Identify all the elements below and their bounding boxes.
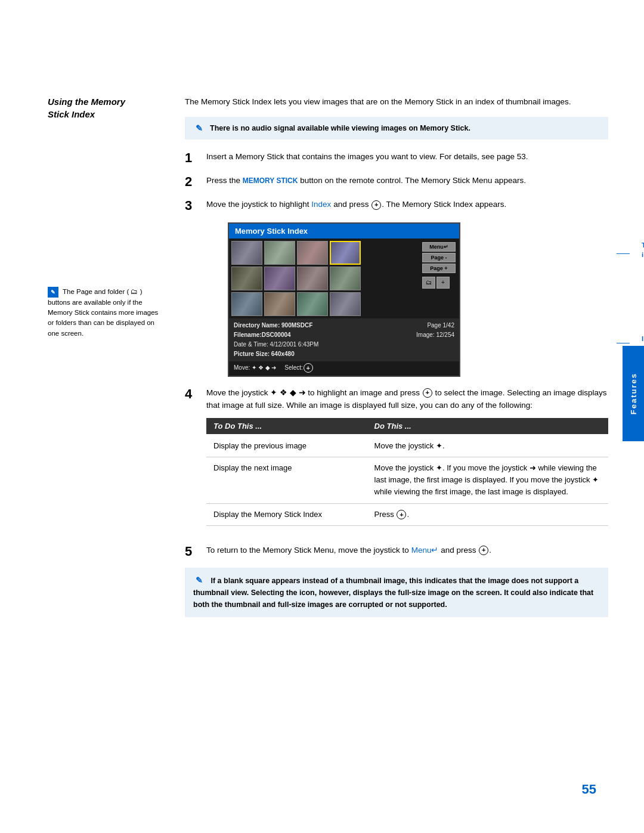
table-row-2-col1: Display the next image bbox=[206, 457, 367, 503]
page-label: Page 1/42 bbox=[427, 321, 454, 330]
table-container: To Do This ... Do This ... Display the p… bbox=[206, 418, 608, 526]
table-row-1-col1: Display the previous image bbox=[206, 434, 367, 457]
steps-table: To Do This ... Do This ... Display the p… bbox=[206, 418, 608, 526]
memory-stick-index-diagram: Memory Stick Index bbox=[228, 222, 460, 377]
step-4-number: 4 bbox=[185, 386, 206, 402]
index-label: Index bbox=[311, 200, 331, 209]
dir-name-label: Directory Name: 900MSDCF bbox=[234, 322, 312, 329]
menu-btn: Menu↵ bbox=[422, 242, 456, 252]
step-3: 3 Move the joystick to highlight Index a… bbox=[185, 198, 608, 213]
thumb-8 bbox=[330, 267, 361, 290]
memory-stick-label: MEMORY STICK bbox=[243, 176, 298, 185]
step-2-number: 2 bbox=[185, 174, 206, 190]
folder-icon: 🗂 bbox=[131, 287, 138, 296]
thumb-5 bbox=[231, 267, 262, 290]
date-label: Date & Time: 4/12/2001 6:43PM bbox=[234, 341, 318, 348]
page-minus-btn: Page - bbox=[422, 253, 456, 262]
note-box-top: ✎ There is no audio signal available whi… bbox=[185, 117, 608, 140]
page-plus-btn: Page + bbox=[422, 264, 456, 273]
step-2: 2 Press the MEMORY STICK button on the r… bbox=[185, 174, 608, 190]
step-4: 4 Move the joystick ✦ ❖ ◆ ➜ to highlight… bbox=[185, 386, 608, 535]
thumbnail-grid bbox=[231, 241, 419, 316]
step-2-text: Press the MEMORY STICK button on the rem… bbox=[206, 174, 608, 187]
circle-plus-icon: + bbox=[371, 200, 381, 210]
col2-header: Do This ... bbox=[367, 418, 608, 434]
circle-plus-table: + bbox=[397, 510, 406, 519]
circle-plus-5: + bbox=[479, 546, 488, 555]
diagram-body: Menu↵ Page - Page + 🗂 + bbox=[229, 239, 459, 318]
table-row-3-col2: Press +. bbox=[367, 503, 608, 525]
step-4-content: Move the joystick ✦ ❖ ◆ ➜ to highlight a… bbox=[206, 386, 608, 535]
main-body: The Memory Stick Index lets you view ima… bbox=[185, 95, 608, 617]
step-1: 1 Insert a Memory Stick that contains th… bbox=[185, 150, 608, 166]
thumb-10 bbox=[264, 292, 295, 316]
sidebar-note: ✎ The Page and folder ( 🗂 ) buttons are … bbox=[48, 286, 161, 339]
thumb-6 bbox=[264, 267, 295, 290]
folder-icon-ctrl: 🗂 bbox=[422, 277, 435, 289]
features-tab: Features bbox=[623, 346, 644, 441]
note-box-bottom: ✎ If a blank square appears instead of a… bbox=[185, 568, 608, 617]
thumb-3 bbox=[297, 241, 328, 265]
thumb-12 bbox=[330, 292, 361, 316]
intro-text: The Memory Stick Index lets you view ima… bbox=[185, 95, 608, 109]
picture-size-label: Picture Size: 640x480 bbox=[234, 351, 295, 357]
note-pencil-icon-bottom: ✎ bbox=[193, 574, 205, 586]
annotation-selected-image: The selected image is highlighted in yel… bbox=[642, 240, 644, 259]
menu-label: Menu↵ bbox=[411, 546, 439, 555]
table-row-3-col1: Display the Memory Stick Index bbox=[206, 503, 367, 525]
step-3-number: 3 bbox=[185, 198, 206, 213]
step-3-text: Move the joystick to highlight Index and… bbox=[206, 198, 608, 211]
note-bottom-text: If a blank square appears instead of a t… bbox=[193, 577, 593, 609]
section-title-text: Using the Memory Stick Index bbox=[48, 95, 167, 120]
annotation-line-1 bbox=[617, 253, 630, 254]
note-pencil-icon: ✎ bbox=[193, 122, 205, 134]
diagram-move: Move: ✦ ❖ ◆ ➜ Select:+ bbox=[229, 361, 459, 376]
thumb-7 bbox=[297, 267, 328, 290]
sidebar-note-text: The Page and folder ( bbox=[63, 288, 129, 295]
table-row-2: Display the next image Move the joystick… bbox=[206, 457, 608, 503]
step-4-text: Move the joystick ✦ ❖ ◆ ➜ to highlight a… bbox=[206, 388, 607, 410]
thumb-2 bbox=[264, 241, 295, 265]
thumb-9 bbox=[231, 292, 262, 316]
step-5: 5 To return to the Memory Stick Menu, mo… bbox=[185, 544, 608, 559]
annotation-selected-info: Information about the selected image bbox=[642, 334, 644, 353]
diagram-wrapper: Memory Stick Index bbox=[206, 222, 624, 377]
thumb-11 bbox=[297, 292, 328, 316]
col1-header: To Do This ... bbox=[206, 418, 367, 434]
thumb-1 bbox=[231, 241, 262, 265]
filename-label: Filename:DSC00004 bbox=[234, 332, 291, 338]
thumb-4-highlighted bbox=[330, 241, 361, 265]
step-5-number: 5 bbox=[185, 544, 206, 559]
diagram-controls: Menu↵ Page - Page + 🗂 + bbox=[421, 241, 457, 316]
features-label: Features bbox=[629, 373, 638, 414]
annotation-line-2 bbox=[617, 343, 630, 343]
step-1-number: 1 bbox=[185, 150, 206, 166]
page-number: 55 bbox=[582, 782, 596, 797]
select-plus: + bbox=[304, 363, 313, 373]
step-1-text: Insert a Memory Stick that contains the … bbox=[206, 150, 608, 163]
sidebar-note-text2: ) buttons are available only if the Memo… bbox=[48, 288, 158, 337]
table-row-3: Display the Memory Stick Index Press +. bbox=[206, 503, 608, 525]
table-row-1-col2: Move the joystick ✦. bbox=[367, 434, 608, 457]
diagram-info: Directory Name: 900MSDCF Page 1/42 Filen… bbox=[229, 318, 459, 361]
diagram-title: Memory Stick Index bbox=[229, 224, 459, 239]
note-icon-small: ✎ bbox=[48, 287, 58, 298]
circle-plus-4: + bbox=[423, 388, 432, 398]
note-top-text: There is no audio signal available while… bbox=[210, 124, 470, 132]
section-title: Using the Memory Stick Index bbox=[48, 95, 167, 120]
table-row-1: Display the previous image Move the joys… bbox=[206, 434, 608, 457]
step-5-text: To return to the Memory Stick Menu, move… bbox=[206, 544, 491, 557]
image-label: Image: 12/254 bbox=[416, 330, 454, 340]
table-row-2-col2: Move the joystick ✦. If you move the joy… bbox=[367, 457, 608, 503]
page-container: Features 55 Using the Memory Stick Index… bbox=[0, 0, 644, 833]
folder-plus-icon-ctrl: + bbox=[436, 277, 450, 289]
